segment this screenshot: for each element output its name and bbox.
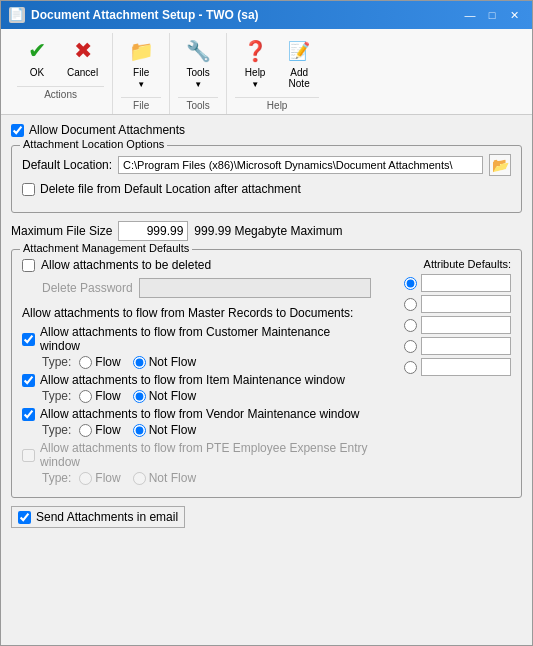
- item-notflow-radio-text: Not Flow: [149, 389, 196, 403]
- help-button[interactable]: ❓ Help ▼: [235, 33, 275, 93]
- vendor-flow-label: Allow attachments to flow from Vendor Ma…: [40, 407, 360, 421]
- vendor-type-row: Type: Flow Not Flow: [22, 423, 371, 437]
- vendor-type-label: Type:: [42, 423, 71, 437]
- default-location-input[interactable]: [118, 156, 483, 174]
- attr-radio-4[interactable]: [404, 340, 417, 353]
- window-title: Document Attachment Setup - TWO (sa): [31, 8, 259, 22]
- item-check-row: Allow attachments to flow from Item Main…: [22, 373, 371, 387]
- item-flow-label: Allow attachments to flow from Item Main…: [40, 373, 345, 387]
- attr-input-2[interactable]: [421, 295, 511, 313]
- attr-row-2: [381, 295, 511, 313]
- vendor-notflow-radio[interactable]: [133, 424, 146, 437]
- send-email-label: Send Attachments in email: [36, 510, 178, 524]
- attribute-rows: [381, 274, 511, 376]
- customer-flow-radio-label[interactable]: Flow: [79, 355, 120, 369]
- flow-item-vendor: Allow attachments to flow from Vendor Ma…: [22, 407, 371, 437]
- ribbon-group-help: ❓ Help ▼ 📝 AddNote Help: [227, 33, 327, 114]
- delete-password-label: Delete Password: [42, 281, 133, 295]
- pte-flow-radio-text: Flow: [95, 471, 120, 485]
- attachment-location-group: Attachment Location Options Default Loca…: [11, 145, 522, 213]
- send-email-row: Send Attachments in email: [11, 506, 185, 528]
- default-location-label: Default Location:: [22, 158, 112, 172]
- pte-flow-radio-label: Flow: [79, 471, 120, 485]
- item-notflow-radio[interactable]: [133, 390, 146, 403]
- item-flow-radio-label[interactable]: Flow: [79, 389, 120, 403]
- vendor-flow-checkbox[interactable]: [22, 408, 35, 421]
- ok-button[interactable]: ✔ OK: [17, 33, 57, 82]
- vendor-flow-radio-label[interactable]: Flow: [79, 423, 120, 437]
- customer-radio-group: Flow Not Flow: [79, 355, 196, 369]
- attachment-location-title: Attachment Location Options: [20, 138, 167, 150]
- delete-password-input: [139, 278, 371, 298]
- cancel-label: Cancel: [67, 67, 98, 78]
- customer-notflow-radio-label[interactable]: Not Flow: [133, 355, 196, 369]
- customer-notflow-radio[interactable]: [133, 356, 146, 369]
- item-notflow-radio-label[interactable]: Not Flow: [133, 389, 196, 403]
- delete-file-checkbox[interactable]: [22, 183, 35, 196]
- title-bar-left: 📄 Document Attachment Setup - TWO (sa): [9, 7, 259, 23]
- attr-row-1: [381, 274, 511, 292]
- item-flow-radio[interactable]: [79, 390, 92, 403]
- item-type-row: Type: Flow Not Flow: [22, 389, 371, 403]
- attr-input-3[interactable]: [421, 316, 511, 334]
- customer-flow-radio[interactable]: [79, 356, 92, 369]
- attr-radio-1[interactable]: [404, 277, 417, 290]
- cancel-button[interactable]: ✖ Cancel: [61, 33, 104, 82]
- title-bar: 📄 Document Attachment Setup - TWO (sa) —…: [1, 1, 532, 29]
- attachment-management-group: Attachment Management Defaults Allow att…: [11, 249, 522, 498]
- flow-section-title: Allow attachments to flow from Master Re…: [22, 306, 371, 320]
- allow-attachments-checkbox[interactable]: [11, 124, 24, 137]
- ribbon-groups: ✔ OK ✖ Cancel Actions 📁 File ▼: [9, 33, 524, 114]
- main-content: Allow Document Attachments Attachment Lo…: [1, 115, 532, 645]
- tools-button[interactable]: 🔧 Tools ▼: [178, 33, 218, 93]
- mgmt-left: Allow attachments to be deleted Delete P…: [22, 258, 371, 489]
- flow-item-item: Allow attachments to flow from Item Main…: [22, 373, 371, 403]
- attr-input-1[interactable]: [421, 274, 511, 292]
- file-button[interactable]: 📁 File ▼: [121, 33, 161, 93]
- add-note-label: AddNote: [289, 67, 310, 89]
- pte-type-label: Type:: [42, 471, 71, 485]
- attr-input-4[interactable]: [421, 337, 511, 355]
- pte-radio-group: Flow Not Flow: [79, 471, 196, 485]
- maximize-button[interactable]: □: [482, 6, 502, 24]
- ribbon-group-actions: ✔ OK ✖ Cancel Actions: [9, 33, 113, 114]
- mgmt-group-title: Attachment Management Defaults: [20, 242, 192, 254]
- pte-notflow-radio-text: Not Flow: [149, 471, 196, 485]
- close-button[interactable]: ✕: [504, 6, 524, 24]
- help-icon: ❓: [241, 37, 269, 65]
- browse-folder-button[interactable]: 📂: [489, 154, 511, 176]
- vendor-radio-group: Flow Not Flow: [79, 423, 196, 437]
- title-controls: — □ ✕: [460, 6, 524, 24]
- allow-deleted-label: Allow attachments to be deleted: [41, 258, 211, 272]
- add-note-button[interactable]: 📝 AddNote: [279, 33, 319, 93]
- file-group-label: File: [121, 97, 161, 114]
- attr-radio-2[interactable]: [404, 298, 417, 311]
- ribbon: ✔ OK ✖ Cancel Actions 📁 File ▼: [1, 29, 532, 115]
- allow-attachments-label: Allow Document Attachments: [29, 123, 185, 137]
- ok-label: OK: [30, 67, 44, 78]
- pte-flow-checkbox[interactable]: [22, 449, 35, 462]
- attr-radio-3[interactable]: [404, 319, 417, 332]
- pte-notflow-radio: [133, 472, 146, 485]
- item-radio-group: Flow Not Flow: [79, 389, 196, 403]
- customer-check-row: Allow attachments to flow from Customer …: [22, 325, 371, 353]
- vendor-notflow-radio-label[interactable]: Not Flow: [133, 423, 196, 437]
- file-label: File: [133, 67, 149, 78]
- max-file-input[interactable]: [118, 221, 188, 241]
- tools-buttons: 🔧 Tools ▼: [178, 33, 218, 97]
- send-email-checkbox[interactable]: [18, 511, 31, 524]
- allow-deleted-checkbox[interactable]: [22, 259, 35, 272]
- customer-flow-checkbox[interactable]: [22, 333, 35, 346]
- vendor-flow-radio[interactable]: [79, 424, 92, 437]
- item-flow-radio-text: Flow: [95, 389, 120, 403]
- attr-row-5: [381, 358, 511, 376]
- attr-radio-5[interactable]: [404, 361, 417, 374]
- ribbon-group-file: 📁 File ▼ File: [113, 33, 170, 114]
- item-flow-checkbox[interactable]: [22, 374, 35, 387]
- minimize-button[interactable]: —: [460, 6, 480, 24]
- tools-dropdown-arrow: ▼: [194, 80, 202, 89]
- max-file-unit: 999.99 Megabyte Maximum: [194, 224, 342, 238]
- vendor-notflow-radio-text: Not Flow: [149, 423, 196, 437]
- attr-input-5[interactable]: [421, 358, 511, 376]
- flow-item-pte: Allow attachments to flow from PTE Emplo…: [22, 441, 371, 485]
